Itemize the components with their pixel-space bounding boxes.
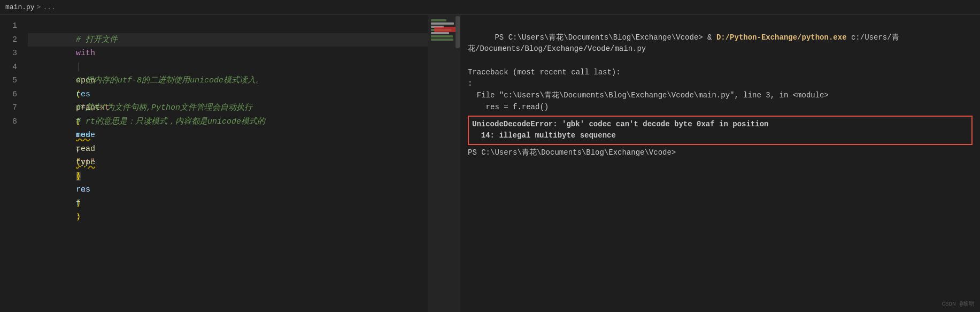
minimap-content (431, 19, 457, 45)
ps-prefix-1: PS C:\Users\青花\Documents\Blog\Exchange\V… (495, 33, 716, 42)
var-res-5b: res (76, 185, 90, 194)
code-lines[interactable]: # 打开文件 with open ( r'a.txt' , mode = "rt… (26, 19, 460, 308)
line-num-8: 8 (0, 115, 17, 129)
error-box: UnicodeDecodeError: 'gbk' codec can't de… (468, 116, 973, 145)
breadcrumb-ellipsis: ... (43, 3, 55, 11)
breadcrumb: main.py > ... (0, 0, 980, 15)
error-message: UnicodeDecodeError: 'gbk' codec can't de… (472, 119, 968, 131)
code-line-7: # rt的意思是：只读模式，内容都是unicode模式的 (28, 101, 460, 115)
code-line-1: # 打开文件 (28, 19, 460, 33)
line-num-2: 2 (0, 33, 17, 47)
fn-type: type (76, 158, 95, 167)
ps-end: PS C:\Users\青花\Documents\Blog\Exchange\V… (468, 147, 973, 159)
error-message-2: 14: illegal multibyte sequence (472, 130, 968, 142)
line-num-1: 1 (0, 19, 17, 33)
scrollbar-thumb[interactable] (456, 16, 460, 48)
traceback-header: Traceback (most recent call last): (468, 67, 973, 79)
main-content: 1 2 3 4 5 6 7 8 # 打开文件 with open (0, 15, 980, 312)
open-paren-5b: ( (76, 172, 81, 181)
code-ref: res = f.read() (468, 102, 973, 113)
close-paren-5: ) (76, 212, 81, 222)
breadcrumb-file[interactable]: main.py (5, 3, 35, 11)
line-num-4: 4 (0, 60, 17, 74)
line-numbers: 1 2 3 4 5 6 7 8 (0, 19, 26, 308)
empty-8 (76, 131, 81, 140)
code-line-5: print ( res , type ( res ) ) (28, 74, 460, 88)
file-line: : (468, 78, 973, 90)
line-num-3: 3 (0, 47, 17, 60)
code-area: 1 2 3 4 5 6 7 8 # 打开文件 with open (0, 15, 460, 312)
code-line-6: # 其中f为文件句柄,Python文件管理会自动执行 (28, 88, 460, 102)
line-num-5: 5 (0, 74, 17, 88)
line-num-6: 6 (0, 88, 17, 102)
watermark: CSDN @黎明 (942, 300, 975, 309)
minimap (428, 15, 460, 312)
file-detail: File "c:\Users\青花\Documents\Blog\Exchang… (468, 90, 973, 102)
line-num-7: 7 (0, 101, 17, 115)
code-line-3: │ res = f . read ( ) (28, 47, 460, 60)
py-path: D:/Python-Exchange/python.exe (716, 33, 847, 42)
close-paren-5b: ) (76, 199, 81, 208)
comma-5: , (76, 144, 81, 154)
breadcrumb-sep: > (37, 3, 41, 11)
code-line-8 (28, 115, 460, 129)
terminal-output: PS C:\Users\青花\Documents\Blog\Exchange\V… (468, 20, 973, 67)
terminal-panel[interactable]: PS C:\Users\青花\Documents\Blog\Exchange\V… (460, 15, 980, 312)
code-line-4: # 把内存的utf-8的二进制使用unicode模式读入。 (28, 60, 460, 74)
editor-panel: 1 2 3 4 5 6 7 8 # 打开文件 with open (0, 15, 460, 312)
code-line-2: with open ( r'a.txt' , mode = "rt" ) as … (28, 33, 460, 47)
